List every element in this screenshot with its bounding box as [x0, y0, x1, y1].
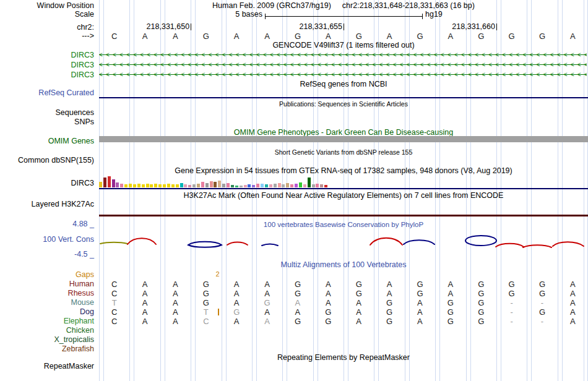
insertion-tick: [218, 309, 219, 315]
alignment-base: G: [374, 317, 404, 326]
alignment-base: T: [99, 298, 129, 307]
alignment-base: G: [282, 289, 313, 298]
alignment-base: A: [344, 307, 374, 317]
alignment-base: C: [99, 307, 129, 317]
alignment-base: A: [252, 317, 282, 326]
alignment-base: C: [99, 280, 129, 289]
alignment-base: T: [191, 307, 221, 317]
alignment-base: G: [374, 307, 404, 317]
alignment-base: A: [252, 289, 282, 298]
alignment-base: G: [466, 298, 496, 307]
alignment-base: A: [405, 317, 435, 326]
species-label-chicken[interactable]: Chicken: [0, 326, 94, 335]
alignment-base: -: [496, 298, 527, 307]
alignment-base: G: [222, 307, 252, 317]
alignment-base: G: [374, 298, 404, 307]
alignment-base: G: [527, 280, 557, 289]
alignment-row-elephant[interactable]: CAACAAGGAGAGG--A: [99, 317, 588, 326]
alignment-base: G: [466, 280, 496, 289]
alignment-base: G: [191, 298, 221, 307]
species-label-x_tropicalis[interactable]: X_tropicalis: [0, 335, 94, 344]
alignment-base: C: [99, 289, 129, 298]
alignment-base: -: [527, 317, 557, 326]
alignment-base: A: [374, 289, 404, 298]
alignment-base: A: [282, 307, 313, 317]
alignment-row-mouse[interactable]: TAAGAGAAAGAGG--A: [99, 298, 588, 307]
alignment-base: A: [558, 307, 588, 317]
alignment-base: G: [282, 280, 313, 289]
alignment-row-dog[interactable]: CAATGAAGAGAGG-GA: [99, 307, 588, 317]
alignment-base: A: [129, 289, 160, 298]
alignment-base: C: [99, 317, 129, 326]
alignment-base: G: [466, 289, 496, 298]
alignment-base: -: [496, 307, 527, 317]
repeatmasker-track-title[interactable]: Repeating Elements by RepeatMasker: [99, 353, 588, 362]
alignment-row-rhesus[interactable]: CAAGAAGAGAGAGGGA: [99, 289, 588, 298]
alignment-base: C: [191, 317, 221, 326]
alignment-base: G: [344, 280, 374, 289]
alignment-base: A: [129, 307, 160, 317]
alignment-base: G: [527, 289, 557, 298]
alignment-base: A: [129, 298, 160, 307]
alignment-row-chicken[interactable]: [99, 326, 588, 335]
alignment-base: A: [160, 298, 191, 307]
species-label-human[interactable]: Human: [0, 280, 94, 288]
alignment-base: A: [344, 298, 374, 307]
alignment-base: A: [558, 280, 588, 289]
alignment-base: A: [405, 307, 435, 317]
alignment-base: G: [191, 289, 221, 298]
alignment-row-human[interactable]: CAAGAAGAGAGAGGGA: [99, 280, 588, 289]
multiz-gaps-label[interactable]: Gaps: [0, 270, 94, 279]
alignment-base: G: [282, 317, 313, 326]
alignment-base: -: [496, 317, 527, 326]
alignment-row-x_tropicalis[interactable]: [99, 335, 588, 345]
alignment-base: A: [435, 289, 465, 298]
alignment-base: G: [252, 298, 282, 307]
alignment-base: G: [344, 289, 374, 298]
repeatmasker-label[interactable]: RepeatMasker: [0, 362, 94, 370]
alignment-row-zebrafish[interactable]: [99, 345, 588, 354]
species-label-elephant[interactable]: Elephant: [0, 317, 94, 325]
alignment-base: G: [496, 280, 527, 289]
alignment-base: G: [405, 289, 435, 298]
species-label-rhesus[interactable]: Rhesus: [0, 289, 94, 298]
alignment-base: G: [435, 298, 465, 307]
alignment-base: A: [344, 317, 374, 326]
alignment-base: A: [405, 298, 435, 307]
alignment-base: G: [405, 280, 435, 289]
species-label-dog[interactable]: Dog: [0, 307, 94, 316]
alignment-base: G: [191, 280, 221, 289]
alignment-base: A: [558, 317, 588, 326]
alignment-base: A: [160, 289, 191, 298]
alignment-base: G: [496, 289, 527, 298]
alignment-base: G: [435, 317, 465, 326]
alignment-base: G: [435, 307, 465, 317]
alignment-base: A: [252, 307, 282, 317]
alignment-base: A: [313, 289, 344, 298]
alignment-base: A: [160, 280, 191, 289]
alignment-base: -: [527, 298, 557, 307]
alignment-base: A: [435, 280, 465, 289]
species-label-zebrafish[interactable]: Zebrafish: [0, 345, 94, 353]
alignment-base: A: [558, 298, 588, 307]
alignment-base: A: [558, 289, 588, 298]
alignment-base: A: [129, 317, 160, 326]
alignment-base: G: [313, 307, 344, 317]
species-label-mouse[interactable]: Mouse: [0, 298, 94, 307]
alignment-base: G: [466, 307, 496, 317]
alignment-base: A: [222, 289, 252, 298]
multiz-alignment[interactable]: Gaps2HumanCAAGAAGAGAGAGGGARhesusCAAGAAGA…: [0, 0, 588, 381]
alignment-base: A: [282, 298, 313, 307]
alignment-base: G: [527, 307, 557, 317]
genome-browser-image[interactable]: Window Position Human Feb. 2009 (GRCh37/…: [0, 0, 588, 381]
alignment-base: A: [160, 307, 191, 317]
alignment-base: A: [222, 317, 252, 326]
alignment-base: A: [160, 317, 191, 326]
alignment-base: A: [222, 298, 252, 307]
alignment-base: A: [313, 280, 344, 289]
alignment-base: A: [313, 298, 344, 307]
alignment-base: A: [222, 280, 252, 289]
alignment-base: G: [313, 317, 344, 326]
alignment-base: A: [252, 280, 282, 289]
alignment-base: A: [129, 280, 160, 289]
